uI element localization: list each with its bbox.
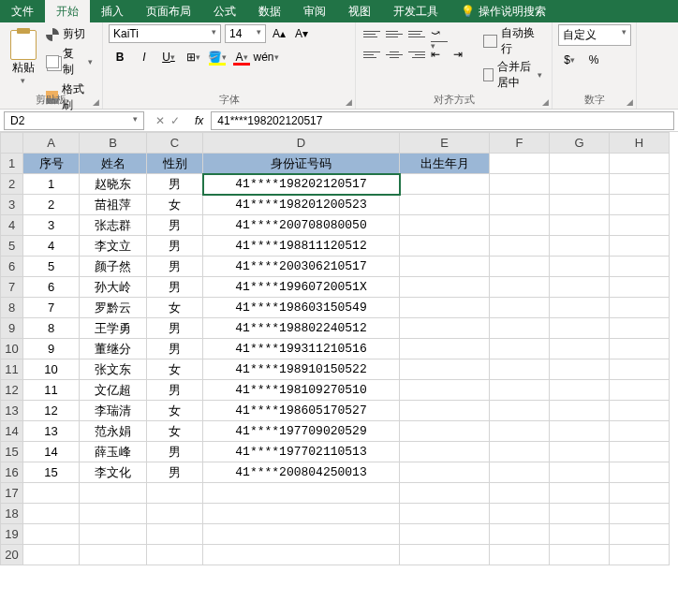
cell[interactable]: 女 (147, 195, 203, 215)
cell[interactable] (400, 462, 490, 483)
cell[interactable]: 性别 (147, 154, 203, 174)
row-header[interactable]: 15 (1, 442, 23, 462)
font-size-select[interactable]: 14▾ (225, 24, 266, 43)
cell[interactable] (23, 524, 80, 545)
cell[interactable] (490, 257, 550, 277)
paste-button[interactable]: 粘贴▾ (6, 24, 40, 90)
percent-format-button[interactable]: % (582, 50, 605, 70)
tab-formula[interactable]: 公式 (202, 0, 247, 22)
cell[interactable]: 王学勇 (80, 318, 147, 339)
tab-review[interactable]: 审阅 (292, 0, 337, 22)
cell[interactable] (490, 504, 550, 524)
font-color-button[interactable]: A▾ (230, 47, 253, 67)
cell[interactable]: 出生年月 (400, 154, 490, 174)
underline-button[interactable]: U▾ (157, 47, 180, 67)
cell[interactable] (550, 215, 610, 236)
orientation-button[interactable]: ⤻▾ (429, 24, 450, 43)
cell[interactable]: 41****197709020529 (203, 421, 400, 442)
cell[interactable] (550, 359, 610, 380)
row-header[interactable]: 20 (1, 545, 23, 565)
cell[interactable]: 姓名 (80, 154, 147, 174)
decrease-font-button[interactable]: A▾ (292, 24, 311, 43)
cell[interactable] (610, 359, 670, 380)
align-middle-button[interactable] (384, 24, 405, 43)
italic-button[interactable]: I (133, 47, 155, 67)
cell[interactable] (400, 277, 490, 298)
row-header[interactable]: 19 (1, 524, 23, 545)
row-header[interactable]: 18 (1, 504, 23, 524)
tab-file[interactable]: 文件 (0, 0, 45, 22)
cell[interactable]: 男 (147, 257, 203, 277)
col-header-H[interactable]: H (610, 133, 670, 154)
cell[interactable]: 14 (23, 442, 80, 462)
cell[interactable] (610, 154, 670, 174)
cell[interactable]: 41****198201200523 (203, 195, 400, 215)
row-header[interactable]: 12 (1, 380, 23, 401)
col-header-A[interactable]: A (23, 133, 80, 154)
cell[interactable] (610, 380, 670, 401)
cell[interactable] (550, 195, 610, 215)
cell[interactable] (610, 401, 670, 421)
font-dialog-launcher[interactable]: ◢ (346, 97, 352, 107)
cell[interactable]: 9 (23, 339, 80, 359)
cell[interactable] (610, 483, 670, 504)
cell[interactable]: 男 (147, 236, 203, 257)
align-top-button[interactable] (361, 24, 382, 43)
cell[interactable]: 7 (23, 298, 80, 318)
accounting-format-button[interactable]: $▾ (558, 50, 581, 70)
cell[interactable]: 4 (23, 236, 80, 257)
cell[interactable] (610, 421, 670, 442)
cell[interactable]: 10 (23, 359, 80, 380)
cell[interactable]: 41****198109270510 (203, 380, 400, 401)
cell[interactable]: 苗祖萍 (80, 195, 147, 215)
row-header[interactable]: 5 (1, 236, 23, 257)
cell[interactable] (550, 462, 610, 483)
cell[interactable]: 序号 (23, 154, 80, 174)
cell[interactable] (550, 524, 610, 545)
cell[interactable] (490, 154, 550, 174)
cell[interactable] (550, 257, 610, 277)
cell[interactable]: 11 (23, 380, 80, 401)
cell[interactable] (550, 174, 610, 195)
cell[interactable]: 41****197702110513 (203, 442, 400, 462)
cell[interactable] (490, 215, 550, 236)
cell[interactable] (550, 339, 610, 359)
cell[interactable] (610, 298, 670, 318)
cell[interactable] (80, 504, 147, 524)
cell[interactable]: 董继分 (80, 339, 147, 359)
cell[interactable] (203, 483, 400, 504)
cell[interactable]: 41****199311210516 (203, 339, 400, 359)
border-button[interactable]: ⊞▾ (182, 47, 204, 67)
row-header[interactable]: 4 (1, 215, 23, 236)
cell[interactable]: 12 (23, 401, 80, 421)
cell[interactable] (23, 545, 80, 565)
cell[interactable] (490, 236, 550, 257)
cell[interactable] (490, 545, 550, 565)
cell[interactable] (610, 442, 670, 462)
bold-button[interactable]: B (109, 47, 131, 67)
row-header[interactable]: 7 (1, 277, 23, 298)
cell[interactable]: 女 (147, 359, 203, 380)
row-header[interactable]: 11 (1, 359, 23, 380)
cell[interactable] (490, 524, 550, 545)
cell[interactable]: 李文化 (80, 462, 147, 483)
number-dialog-launcher[interactable]: ◢ (626, 97, 633, 107)
cell[interactable] (550, 236, 610, 257)
cell[interactable]: 男 (147, 174, 203, 195)
cell[interactable] (490, 401, 550, 421)
cell[interactable]: 41****200708080050 (203, 215, 400, 236)
cell[interactable] (610, 195, 670, 215)
tab-data[interactable]: 数据 (247, 0, 292, 22)
cell[interactable]: 女 (147, 421, 203, 442)
tab-view[interactable]: 视图 (337, 0, 382, 22)
cell[interactable] (610, 277, 670, 298)
fill-color-button[interactable]: 🪣▾ (206, 47, 228, 67)
row-header[interactable]: 14 (1, 421, 23, 442)
cell[interactable] (550, 154, 610, 174)
col-header-G[interactable]: G (550, 133, 610, 154)
row-header[interactable]: 1 (1, 154, 23, 174)
cell[interactable] (400, 257, 490, 277)
tab-tell-me[interactable]: 💡操作说明搜索 (450, 0, 557, 22)
cell[interactable]: 男 (147, 318, 203, 339)
cell[interactable]: 女 (147, 401, 203, 421)
